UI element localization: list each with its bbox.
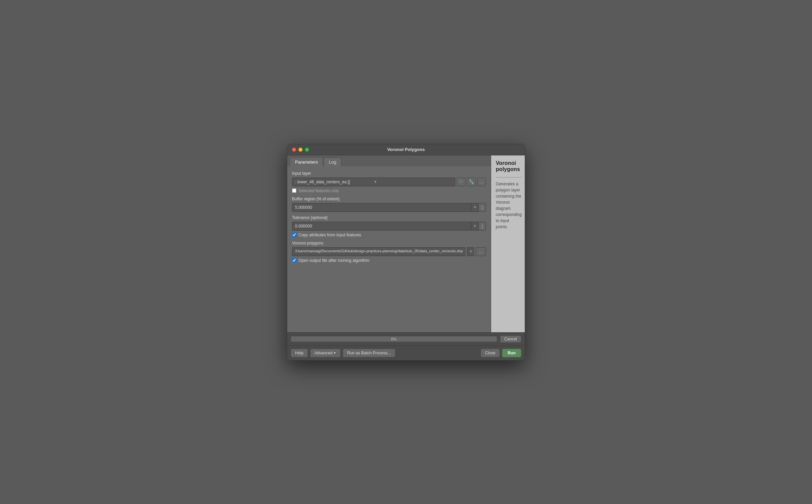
tab-log[interactable]: Log xyxy=(324,157,341,166)
voronoi-browse-button[interactable]: … xyxy=(476,247,486,256)
copy-attributes-label[interactable]: Copy attributes from input features xyxy=(298,233,361,237)
buffer-region-clear-button[interactable]: ✕ xyxy=(471,203,478,212)
input-layer-value: : lower_48_data_centers_ea [] xyxy=(295,180,374,184)
input-layer-dropdown[interactable]: : lower_48_data_centers_ea [] ▼ xyxy=(292,178,455,186)
help-button[interactable]: Help xyxy=(291,349,308,357)
bottom-bar: Help Advanced ▼ Run as Batch Process... … xyxy=(287,346,525,360)
voronoi-clear-button[interactable]: ✕ xyxy=(467,247,474,256)
refresh-layer-button[interactable]: ⟳ xyxy=(457,178,466,186)
selected-features-checkbox[interactable] xyxy=(292,188,296,193)
tolerance-label: Tolerance [optional] xyxy=(292,215,486,220)
main-window: Voronoi Polygons Parameters Log Input la… xyxy=(287,144,525,360)
traffic-lights xyxy=(292,148,309,152)
run-button[interactable]: Run xyxy=(502,349,521,357)
advanced-arrow-icon: ▼ xyxy=(333,351,336,355)
main-content: Parameters Log Input layer : lower_48_da… xyxy=(287,155,525,332)
clear-icon: ✕ xyxy=(469,249,472,254)
spin-down-icon: ▼ xyxy=(481,226,483,229)
tolerance-input[interactable] xyxy=(292,222,471,231)
input-layer-row: : lower_48_data_centers_ea [] ▼ ⟳ 🔧 … xyxy=(292,178,486,186)
copy-attributes-checkbox[interactable] xyxy=(292,233,296,237)
input-layer-label: Input layer xyxy=(292,171,486,176)
help-panel-description: Generates a polygon layer containing the… xyxy=(496,181,522,230)
clear-icon: ✕ xyxy=(473,205,476,209)
tab-parameters[interactable]: Parameters xyxy=(290,157,323,166)
tool-icon: 🔧 xyxy=(469,179,474,184)
spin-up-icon: ▲ xyxy=(481,224,483,226)
browse-layer-button[interactable]: … xyxy=(477,178,486,186)
left-panel: Parameters Log Input layer : lower_48_da… xyxy=(287,155,491,332)
cancel-button[interactable]: Cancel xyxy=(500,335,521,343)
parameters-area: Input layer : lower_48_data_centers_ea [… xyxy=(287,166,491,332)
ellipsis-icon: … xyxy=(479,249,483,254)
buffer-region-label: Buffer region (% of extent) xyxy=(292,197,486,201)
tolerance-clear-button[interactable]: ✕ xyxy=(471,222,478,231)
titlebar: Voronoi Polygons xyxy=(287,144,525,155)
spin-down-icon: ▼ xyxy=(481,207,483,210)
copy-attributes-row: Copy attributes from input features xyxy=(292,233,486,237)
clear-icon: ✕ xyxy=(473,224,476,228)
buffer-region-row: ✕ ▲ ▼ xyxy=(292,203,486,212)
buffer-region-spin[interactable]: ▲ ▼ xyxy=(478,203,486,212)
voronoi-output-row: /Users/marioag/Documents/GitHub/design-p… xyxy=(292,247,486,256)
advanced-label: Advanced xyxy=(314,351,332,355)
minimize-window-button[interactable] xyxy=(298,148,303,152)
tolerance-spin[interactable]: ▲ ▼ xyxy=(478,222,486,231)
window-title: Voronoi Polygons xyxy=(387,147,425,152)
spin-up-icon: ▲ xyxy=(481,205,483,207)
progress-bar-area: 0% Cancel xyxy=(287,332,525,346)
selected-features-row: Selected features only xyxy=(292,188,486,193)
selected-features-label[interactable]: Selected features only xyxy=(298,188,339,193)
progress-bar-container: 0% xyxy=(291,336,497,342)
tool-button[interactable]: 🔧 xyxy=(467,178,476,186)
tabs-container: Parameters Log xyxy=(287,155,491,166)
buffer-region-input[interactable] xyxy=(292,203,471,212)
progress-label: 0% xyxy=(391,337,396,341)
open-output-row: Open output file after running algorithm xyxy=(292,258,486,263)
advanced-button[interactable]: Advanced ▼ xyxy=(310,349,341,357)
tolerance-row: ✕ ▲ ▼ xyxy=(292,222,486,231)
voronoi-output-path: /Users/marioag/Documents/GitHub/design-p… xyxy=(292,247,466,256)
help-divider xyxy=(496,177,522,178)
dropdown-arrow-icon: ▼ xyxy=(374,180,452,184)
refresh-icon: ⟳ xyxy=(459,179,463,185)
open-output-checkbox[interactable] xyxy=(292,258,296,263)
help-panel-title: Voronoi polygons xyxy=(496,160,522,172)
ellipsis-icon: … xyxy=(480,180,484,184)
close-window-button[interactable] xyxy=(292,148,296,152)
voronoi-polygons-label: Voronoi polygons xyxy=(292,241,486,246)
maximize-window-button[interactable] xyxy=(305,148,309,152)
open-output-label[interactable]: Open output file after running algorithm xyxy=(298,258,369,263)
help-panel: Voronoi polygons Generates a polygon lay… xyxy=(491,155,525,332)
close-button[interactable]: Close xyxy=(481,349,500,357)
run-batch-button[interactable]: Run as Batch Process... xyxy=(343,349,395,357)
